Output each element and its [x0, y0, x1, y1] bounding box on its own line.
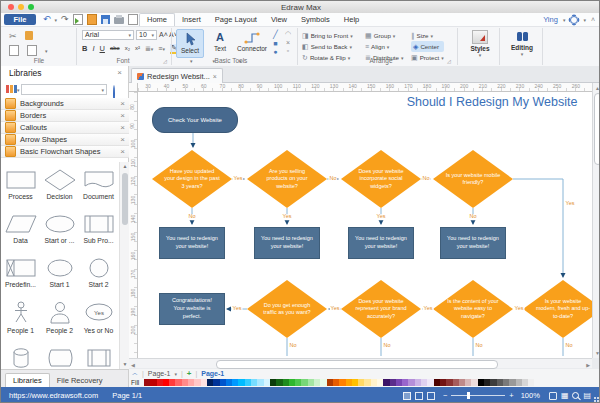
shape-start-1[interactable]: Start 1 — [40, 256, 79, 288]
library-search-input[interactable]: ▾ — [21, 84, 107, 95]
text-tool-button[interactable]: A Text — [206, 29, 234, 58]
library-item-basic-flowchart[interactable]: Basic Flowchart Shapes× — [1, 146, 129, 158]
close-panel-icon[interactable]: × — [117, 68, 122, 77]
process-redesign-2[interactable]: You need to redesign your website! — [254, 227, 320, 259]
library-item-arrow-shapes[interactable]: Arrow Shapes× — [1, 134, 129, 146]
scroll-down-icon[interactable]: ▼ — [595, 350, 600, 356]
font-dialog-launcher-icon[interactable]: ◿ — [163, 58, 167, 64]
close-library-icon[interactable]: × — [120, 123, 125, 132]
align-button[interactable]: ≡Align▾ — [365, 41, 404, 52]
file-menu-button[interactable]: File — [4, 14, 36, 25]
tab-symbols[interactable]: Symbols — [294, 14, 337, 26]
undo-dropdown-icon[interactable]: ▾ — [55, 17, 58, 23]
pan-zoom-icon[interactable]: ▦ — [561, 391, 569, 400]
close-document-icon[interactable]: × — [213, 73, 217, 80]
edge-label[interactable]: Yes — [282, 214, 293, 220]
shape-data[interactable]: Data — [1, 212, 40, 244]
send-to-back-button[interactable]: ◧Send to Back▾ — [302, 41, 353, 52]
edge-label[interactable]: No — [328, 176, 337, 182]
cut-icon[interactable]: ✂ — [9, 31, 17, 41]
print-icon[interactable] — [114, 17, 124, 24]
underline-button[interactable]: U — [100, 43, 105, 54]
scroll-up-icon[interactable]: ▲ — [595, 85, 600, 91]
font-size-combo[interactable]: 10▾ — [136, 30, 157, 40]
page-selector[interactable]: Page-1 — [148, 370, 171, 377]
edge-label[interactable]: Yes — [232, 306, 243, 312]
edge-label[interactable]: Yes — [565, 201, 576, 207]
process-redesign-3[interactable]: You need to redesign your website! — [348, 227, 414, 259]
tab-page-layout[interactable]: Page Layout — [208, 14, 264, 26]
collapse-ribbon-icon[interactable]: ˄ — [591, 16, 595, 23]
copy-icon[interactable] — [9, 45, 19, 56]
settings-dropdown-icon[interactable]: ▾ — [583, 17, 586, 23]
close-library-icon[interactable]: × — [120, 99, 125, 108]
font-family-combo[interactable]: Arial▾ — [82, 30, 134, 40]
full-screen-view-icon[interactable] — [427, 392, 435, 400]
tab-home[interactable]: Home — [139, 13, 175, 26]
edge-label[interactable]: Yes — [423, 306, 434, 312]
close-library-icon[interactable]: × — [120, 147, 125, 156]
shape-people-2[interactable]: People 2 — [40, 300, 79, 334]
library-menu-dropdown-icon[interactable]: ▾ — [17, 87, 20, 93]
edge-label[interactable]: No — [421, 176, 430, 182]
scrollbar-thumb[interactable] — [122, 173, 128, 225]
grow-font-icon[interactable]: A˄ — [159, 31, 168, 38]
tab-insert[interactable]: Insert — [175, 14, 208, 26]
process-redesign-4[interactable]: You need to redesign your website! — [440, 227, 506, 259]
italic-button[interactable]: I — [92, 43, 94, 54]
new-document-icon[interactable] — [87, 14, 97, 25]
open-icon[interactable] — [73, 14, 83, 25]
bring-to-front-button[interactable]: ◨Bring to Front▾ — [302, 30, 353, 41]
shape-document[interactable]: Document — [79, 168, 118, 200]
shape-yes-or-no[interactable]: Yes Yes or No — [79, 300, 118, 334]
edge-label[interactable]: Yes — [376, 214, 387, 220]
edge-label[interactable]: No — [474, 343, 483, 349]
size-button[interactable]: ∥Size▾ — [411, 30, 444, 41]
shape-decision[interactable]: Decision — [40, 168, 79, 200]
arc-tool-icon[interactable]: ◠ — [285, 30, 291, 38]
zoom-in-icon[interactable]: + — [509, 391, 513, 400]
page-selector-dropdown-icon[interactable]: ▾ — [174, 371, 177, 377]
tab-libraries[interactable]: Libraries — [5, 373, 50, 387]
shape-display[interactable] — [40, 346, 79, 369]
library-item-borders[interactable]: Borders× — [1, 110, 129, 122]
styles-button[interactable]: Styles ▾ — [465, 30, 495, 58]
edge-label[interactable]: Yes — [514, 306, 525, 312]
add-page-button[interactable]: + — [187, 369, 192, 378]
paste-dropdown-icon[interactable]: ▾ — [45, 48, 48, 56]
shape-predefined-process[interactable]: Predefin... — [1, 256, 40, 288]
zoom-slider-knob[interactable] — [467, 392, 470, 399]
edge-label[interactable]: No — [382, 343, 391, 349]
group-button[interactable]: ▦Group▾ — [365, 30, 404, 41]
tab-file-recovery[interactable]: File Recovery — [50, 374, 110, 387]
zoom-slider[interactable] — [451, 395, 505, 396]
library-item-callouts[interactable]: Callouts× — [1, 122, 129, 134]
zoom-out-icon[interactable]: − — [443, 391, 447, 400]
start-node[interactable]: Check Your Website — [152, 107, 238, 133]
line-spacing-icon[interactable]: ≣▾ — [145, 45, 153, 53]
format-painter-icon[interactable] — [25, 31, 33, 40]
ellipse-tool-icon[interactable]: ● — [273, 48, 277, 55]
resize-grip[interactable] — [594, 397, 600, 403]
vertical-scrollbar[interactable]: ▲ ▼ — [592, 83, 600, 358]
editing-dropdown-icon[interactable]: ▾ — [521, 51, 524, 57]
shape-process[interactable]: Process — [1, 168, 40, 200]
line-tool-icon[interactable]: ╱ — [273, 30, 278, 39]
scroll-left-icon[interactable]: ◀ — [131, 362, 135, 368]
library-item-backgrounds[interactable]: Backgrounds× — [1, 98, 129, 110]
shape-subprocess[interactable]: Sub Pro... — [79, 212, 118, 244]
process-redesign-1[interactable]: You need to redesign your website! — [159, 227, 225, 259]
page-tab-active[interactable]: Page-1 — [201, 370, 224, 377]
shape-people-1[interactable]: People 1 — [1, 300, 40, 334]
fit-page-icon[interactable] — [549, 392, 557, 400]
edge-label[interactable]: No — [187, 214, 196, 220]
close-library-icon[interactable]: × — [120, 111, 125, 120]
connector[interactable] — [513, 179, 563, 277]
rectangle-tool-icon[interactable]: ■ — [273, 40, 277, 47]
document-tab[interactable]: Redesign Websit... × — [131, 68, 223, 84]
normal-view-icon[interactable] — [403, 392, 411, 400]
bold-button[interactable]: B — [82, 43, 87, 54]
horizontal-scrollbar[interactable]: ◀ ▶ — [129, 358, 592, 368]
export-icon[interactable] — [128, 14, 138, 25]
edge-label[interactable]: Yes — [330, 306, 341, 312]
